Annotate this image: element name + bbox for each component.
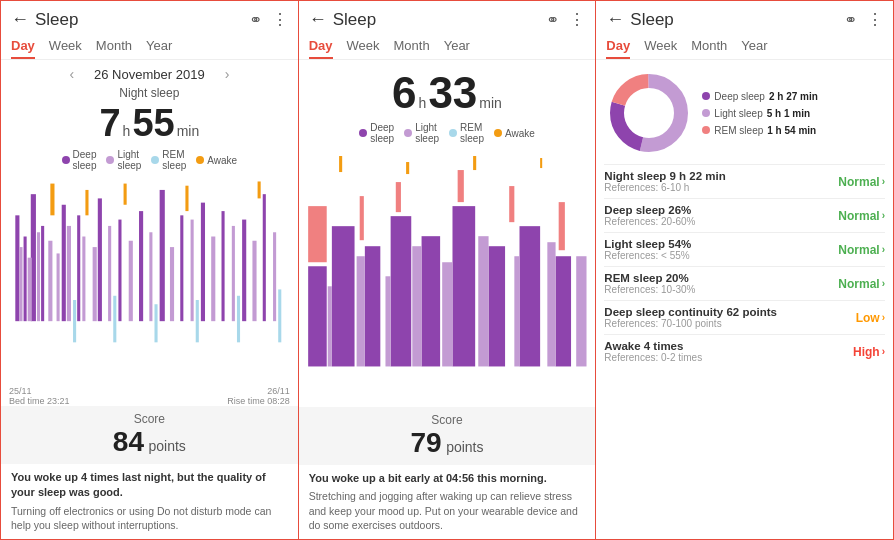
stat-row-continuity: Deep sleep continuity 62 points Referenc… <box>604 300 885 334</box>
tab-day-2[interactable]: Day <box>309 34 333 59</box>
stat-status-continuity[interactable]: Low › <box>856 311 885 325</box>
sleep-mins-1: 55 <box>132 102 174 145</box>
svg-rect-14 <box>263 194 266 321</box>
legend-label-deep-1: Deepsleep <box>73 149 97 171</box>
chart-svg-2 <box>303 146 592 407</box>
share-icon-3[interactable]: ⚭ <box>844 10 857 29</box>
donut-legend: Deep sleep 2 h 27 min Light sleep 5 h 1 … <box>702 68 818 158</box>
stat-status-awake[interactable]: High › <box>853 345 885 359</box>
more-icon-1[interactable]: ⋮ <box>272 10 288 29</box>
stat-status-light[interactable]: Normal › <box>838 243 885 257</box>
svg-rect-38 <box>113 296 116 343</box>
stat-status-rem[interactable]: Normal › <box>838 277 885 291</box>
share-icon-2[interactable]: ⚭ <box>546 10 559 29</box>
tab-year-3[interactable]: Year <box>741 34 767 59</box>
stat-status-deep[interactable]: Normal › <box>838 209 885 223</box>
score-unit-2: points <box>446 439 483 455</box>
svg-rect-58 <box>514 256 519 366</box>
svg-rect-19 <box>57 253 60 321</box>
back-button-3[interactable]: ← <box>606 9 624 30</box>
chevron-right-continuity: › <box>882 312 885 323</box>
chevron-right-light: › <box>882 244 885 255</box>
share-icon-1[interactable]: ⚭ <box>249 10 262 29</box>
more-icon-3[interactable]: ⋮ <box>867 10 883 29</box>
chart-svg-1 <box>5 173 294 406</box>
tab-year-1[interactable]: Year <box>146 34 172 59</box>
header-1: ← Sleep ⚭ ⋮ <box>1 1 298 34</box>
stat-row-rem: REM sleep 20% References: 10-30% Normal … <box>604 266 885 300</box>
tab-year-2[interactable]: Year <box>444 34 470 59</box>
chart-label-right-1: 26/11 Rise time 08:28 <box>227 386 290 406</box>
score-value-2: 79 <box>411 427 442 458</box>
svg-rect-18 <box>48 241 52 321</box>
donut-chart <box>604 68 694 158</box>
stat-status-night[interactable]: Normal › <box>838 175 885 189</box>
svg-rect-50 <box>519 226 540 366</box>
header-3: ← Sleep ⚭ ⋮ <box>596 1 893 34</box>
tab-month-1[interactable]: Month <box>96 34 132 59</box>
stat-ref-awake: References: 0-2 times <box>604 352 853 363</box>
svg-rect-40 <box>196 300 199 342</box>
score-label-1: Score <box>13 412 286 426</box>
svg-rect-36 <box>258 181 261 198</box>
sleep-hours-1: 7 <box>99 102 120 145</box>
tab-month-3[interactable]: Month <box>691 34 727 59</box>
donut-section: Deep sleep 2 h 27 min Light sleep 5 h 1 … <box>604 68 885 158</box>
legend-label-rem-1: REMsleep <box>162 149 186 171</box>
svg-rect-41 <box>237 296 240 343</box>
score-value-1: 84 <box>113 426 144 457</box>
chevron-right-night: › <box>882 176 885 187</box>
legend-deep-label: Deep sleep <box>714 91 765 102</box>
svg-rect-57 <box>478 236 488 366</box>
legend-dot-awake-1 <box>196 156 204 164</box>
svg-rect-29 <box>232 226 235 321</box>
next-arrow-1[interactable]: › <box>225 66 230 82</box>
stat-left-awake: Awake 4 times References: 0-2 times <box>604 340 853 363</box>
back-button-1[interactable]: ← <box>11 9 29 30</box>
svg-rect-17 <box>37 232 40 321</box>
legend-item-light: Light sleep 5 h 1 min <box>702 108 818 119</box>
svg-rect-15 <box>19 247 22 321</box>
feedback-sub-1: Turning off electronics or using Do not … <box>11 504 288 533</box>
svg-rect-44 <box>332 226 355 366</box>
svg-rect-32 <box>50 184 54 216</box>
legend-item-deep: Deep sleep 2 h 27 min <box>702 91 818 102</box>
svg-rect-42 <box>278 289 281 342</box>
tabs-2: Day Week Month Year <box>299 34 596 60</box>
score-label-2: Score <box>311 413 584 427</box>
chevron-right-awake: › <box>882 346 885 357</box>
svg-rect-24 <box>129 241 133 321</box>
sleep-hours-2: 6 <box>392 68 416 118</box>
prev-arrow-1[interactable]: ‹ <box>69 66 74 82</box>
night-sleep-label-1: Night sleep <box>1 86 298 100</box>
svg-rect-3 <box>41 226 44 321</box>
back-button-2[interactable]: ← <box>309 9 327 30</box>
legend-awake-1: Awake <box>196 149 237 171</box>
sleep-chart-2: 20/11 Bed time 22:23 21/11 Rise time 04:… <box>303 146 592 407</box>
stat-row-night: Night sleep 9 h 22 min References: 6-10 … <box>604 164 885 198</box>
tab-week-3[interactable]: Week <box>644 34 677 59</box>
legend-dot-awake-2 <box>494 129 502 137</box>
legend-label-deep-2: Deepsleep <box>370 122 394 144</box>
legend-rem-val: 1 h 54 min <box>767 125 816 136</box>
tab-day-1[interactable]: Day <box>11 34 35 59</box>
title-3: Sleep <box>630 10 838 30</box>
hours-unit-2: h <box>419 95 427 111</box>
svg-rect-31 <box>273 232 276 321</box>
sleep-chart-1: 25/11 Bed time 23:21 26/11 Rise time 08:… <box>5 173 294 406</box>
svg-rect-63 <box>395 182 400 212</box>
tab-week-2[interactable]: Week <box>347 34 380 59</box>
feedback-main-1: You woke up 4 times last night, but the … <box>11 470 288 501</box>
stat-title-awake: Awake 4 times <box>604 340 853 352</box>
more-icon-2[interactable]: ⋮ <box>569 10 585 29</box>
tab-week-1[interactable]: Week <box>49 34 82 59</box>
legend-awake-2: Awake <box>494 122 535 144</box>
stat-title-deep: Deep sleep 26% <box>604 204 838 216</box>
svg-rect-34 <box>124 184 127 205</box>
tab-month-2[interactable]: Month <box>394 34 430 59</box>
feedback-sub-2: Stretching and jogging after waking up c… <box>309 489 586 533</box>
svg-rect-43 <box>308 266 327 366</box>
hours-unit-1: h <box>123 123 131 139</box>
tab-day-3[interactable]: Day <box>606 34 630 59</box>
svg-point-74 <box>625 89 673 137</box>
